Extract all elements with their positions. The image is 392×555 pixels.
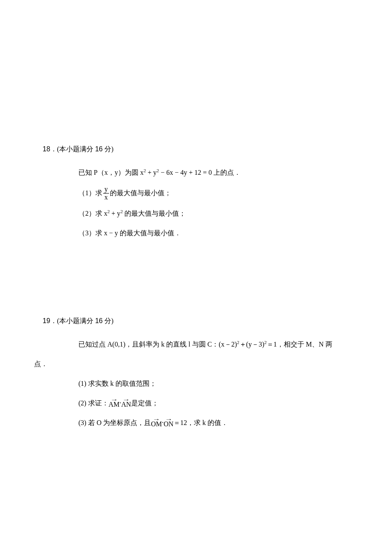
vector-am: →AM bbox=[109, 396, 120, 407]
q1-label: （1）求 bbox=[78, 186, 102, 200]
intro-line: 已知 P（x，y）为圆 x2 + y2 − 6x − 4y + 12 = 0 上… bbox=[78, 166, 349, 179]
q3-a: (3) 若 O 为坐标原点，且 bbox=[78, 419, 151, 426]
q1-tail: 的最大值与最小值； bbox=[110, 186, 171, 200]
eq-x: x bbox=[140, 169, 144, 176]
vector-on: →ON bbox=[164, 416, 173, 427]
fraction-y-over-x: y x bbox=[103, 185, 109, 201]
sub-question-3: (3) 若 O 为坐标原点，且→OM·→ON＝12，求 k 的值． bbox=[78, 416, 349, 430]
sub-question-2: (2) 求证：→AM·→AN是定值； bbox=[78, 396, 349, 410]
intro-part-a: 已知过点 A(0,1)，且斜率为 k 的直线 l 与圆 C：(x－2) bbox=[78, 341, 237, 348]
intro-line-1: 已知过点 A(0,1)，且斜率为 k 的直线 l 与圆 C：(x－2)2＋(y－… bbox=[78, 338, 349, 351]
problem-number: 19 bbox=[43, 317, 50, 324]
q2-label: （2）求 bbox=[78, 210, 104, 217]
points-value: 16 bbox=[95, 317, 103, 324]
q2-a: (2) 求证： bbox=[78, 399, 109, 407]
sub-question-1: (1) 求实数 k 的取值范围； bbox=[78, 377, 349, 390]
q3-b: ＝12，求 k 的值． bbox=[173, 419, 228, 426]
q3-expression: x − y bbox=[104, 229, 118, 237]
problem-body: 已知过点 A(0,1)，且斜率为 k 的直线 l 与圆 C：(x－2)2＋(y－… bbox=[43, 338, 349, 430]
sub-question-3: （3）求 x − y 的最大值与最小值． bbox=[78, 226, 349, 240]
q1-text: (1) 求实数 k 的取值范围； bbox=[78, 380, 156, 387]
eq-plus-y: + y bbox=[146, 169, 157, 176]
intro-part-c: ＝1，相交于 M、N 两 bbox=[267, 341, 332, 348]
page: 18．(本小题满分 16 分) 已知 P（x，y）为圆 x2 + y2 − 6x… bbox=[0, 0, 392, 555]
arrow-icon: → bbox=[165, 417, 173, 422]
arrow-icon: → bbox=[110, 397, 118, 402]
sub-question-2: （2）求 x2 + y2 的最大值与最小值； bbox=[78, 207, 349, 220]
intro-l2: 点． bbox=[34, 360, 48, 367]
arrow-icon: → bbox=[153, 417, 160, 422]
vector-an: →AN bbox=[121, 396, 131, 407]
problem-header: 19．(本小题满分 16 分) bbox=[43, 317, 349, 326]
intro-prefix: 已知 P（x，y）为圆 bbox=[78, 169, 140, 176]
q2-tail: 的最大值与最小值； bbox=[123, 210, 186, 217]
problem-18: 18．(本小题满分 16 分) 已知 P（x，y）为圆 x2 + y2 − 6x… bbox=[43, 145, 349, 240]
q3-label: （3）求 bbox=[78, 229, 104, 237]
q2-x: x bbox=[104, 210, 107, 217]
intro-line-2: 点． bbox=[34, 357, 349, 371]
points-suffix: 分) bbox=[103, 317, 113, 324]
intro-suffix: 上的点． bbox=[212, 169, 241, 176]
intro-equation: x2 + y2 − 6x − 4y + 12 = 0 bbox=[140, 169, 212, 176]
q2-expression: x2 + y2 bbox=[104, 210, 123, 217]
problem-body: 已知 P（x，y）为圆 x2 + y2 − 6x − 4y + 12 = 0 上… bbox=[43, 166, 349, 240]
points-prefix: ．(本小题满分 bbox=[50, 317, 95, 324]
eq-rest: − 6x − 4y + 12 = 0 bbox=[159, 169, 212, 176]
arrow-icon: → bbox=[122, 397, 130, 402]
frac-numerator: y bbox=[103, 185, 109, 193]
q2-b: 是定值； bbox=[131, 399, 159, 407]
problem-19: 19．(本小题满分 16 分) 已知过点 A(0,1)，且斜率为 k 的直线 l… bbox=[43, 317, 349, 430]
problem-header: 18．(本小题满分 16 分) bbox=[43, 145, 349, 154]
points-suffix: 分) bbox=[103, 145, 113, 153]
frac-denominator: x bbox=[103, 193, 109, 201]
vector-om: →OM bbox=[151, 416, 162, 427]
q3-tail: 的最大值与最小值． bbox=[118, 229, 181, 237]
points-prefix: ．(本小题满分 bbox=[50, 145, 95, 153]
intro-part-b: ＋(y－3) bbox=[239, 341, 265, 348]
problem-number: 18 bbox=[43, 145, 50, 153]
sub-question-1: （1）求 y x 的最大值与最小值； bbox=[78, 185, 349, 201]
q2-plus-y: + y bbox=[110, 210, 121, 217]
points-value: 16 bbox=[95, 145, 103, 153]
